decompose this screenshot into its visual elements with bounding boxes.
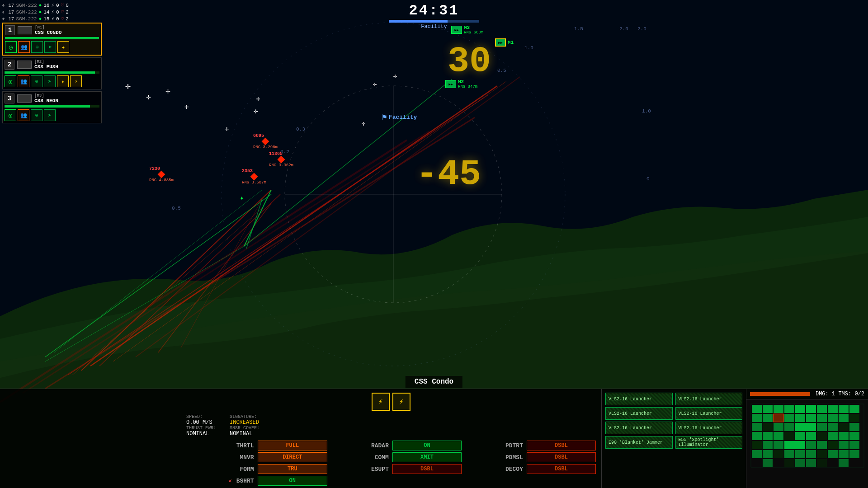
esupt-button[interactable]: DSBL xyxy=(392,464,462,474)
ship-diagram-svg xyxy=(746,399,868,472)
player-unit-icon: ✦ xyxy=(240,193,244,202)
unit-health-fill-2 xyxy=(5,71,95,74)
power-icon-1[interactable]: ⚡ xyxy=(372,393,390,411)
snsr-label: SNSR COVER: xyxy=(230,426,259,431)
weapon-row-3: VLS2-16 Launcher VLS2-16 Launcher xyxy=(605,422,742,434)
unit-name-1: CSS CONDO xyxy=(35,30,61,35)
unit-marker-m1[interactable]: ▶▶ M1 xyxy=(495,38,514,47)
weapon-box-7[interactable]: E90 'Blanket' Jammer xyxy=(605,436,673,449)
mnvr-label: MNVR xyxy=(186,454,256,461)
svg-rect-81 xyxy=(849,450,859,458)
people-icon-1[interactable]: 👥 xyxy=(18,41,30,53)
weapon-box-4[interactable]: VLS2-16 Launcher xyxy=(675,407,743,420)
weapon-box-1[interactable]: VLS2-16 Launcher xyxy=(605,393,673,405)
arrow-icon-2[interactable]: ➤ xyxy=(44,75,56,87)
form-button[interactable]: TRU xyxy=(258,464,327,474)
ship-diagram xyxy=(746,399,868,488)
svg-line-12 xyxy=(23,131,429,393)
unit-id-2: [M2] xyxy=(34,60,58,64)
weapon-box-2[interactable]: VLS2-16 Launcher xyxy=(675,393,743,405)
ship-name-banner: CSS Condo xyxy=(406,376,462,388)
comm-label: COMM xyxy=(329,454,391,461)
svg-rect-87 xyxy=(839,459,849,467)
radar-button[interactable]: ON xyxy=(392,441,462,450)
unit-icon-2 xyxy=(17,61,32,69)
range-label-0_5b: 0.5 xyxy=(172,206,181,211)
special-icon-2[interactable]: ✦ xyxy=(57,75,69,87)
svg-rect-30 xyxy=(817,405,827,413)
target-icon-2[interactable]: ⊕ xyxy=(31,75,42,87)
pdmsl-button[interactable]: DSBL xyxy=(527,452,596,462)
game-canvas: 2.0 1.5 1.0 0.5 0.3 0.2 0.5 2.0 1.0 0 30… xyxy=(0,0,868,488)
people-icon-3[interactable]: 👥 xyxy=(18,109,29,121)
mnvr-button[interactable]: DIRECT xyxy=(258,452,327,462)
pdtrt-button[interactable]: DSBL xyxy=(527,441,596,450)
controls-grid: THRTL FULL RADAR ON PDTRT DSBL MNVR DIRE… xyxy=(186,441,596,486)
neutral-marker-10: ✛ xyxy=(393,72,397,80)
svg-line-9 xyxy=(158,203,271,352)
target-icon-1[interactable]: ⊕ xyxy=(31,41,43,53)
svg-rect-56 xyxy=(784,432,794,440)
unit-card-3[interactable]: 3 [M3] CSS NEON ◎ 👥 ⊕ xyxy=(2,91,102,123)
timer-bar-fill xyxy=(389,20,448,23)
neutral-marker-6: ✛ xyxy=(254,107,258,116)
hud-left-gap xyxy=(0,389,181,488)
sig-value: INCREASED xyxy=(230,419,259,426)
pdmsl-label: PDMSL xyxy=(463,454,525,461)
neutral-marker-7: ✛ xyxy=(256,95,260,103)
svg-rect-65 xyxy=(774,441,783,449)
svg-rect-34 xyxy=(752,414,762,422)
svg-rect-57 xyxy=(795,432,805,440)
arrow-icon-3[interactable]: ➤ xyxy=(44,109,56,121)
lightning2-icon-2[interactable]: ⚡ xyxy=(70,75,82,87)
svg-rect-70 xyxy=(839,441,849,449)
neutral-marker-5: ✛ xyxy=(225,124,229,133)
thrtl-button[interactable]: FULL xyxy=(258,441,327,450)
svg-rect-28 xyxy=(795,405,805,413)
people-icon-2[interactable]: 👥 xyxy=(18,75,29,87)
unit-card-1[interactable]: 1 [M1] CSS CONDO ◎ 👥 ⊕ xyxy=(2,23,102,56)
arrow-icon-1[interactable]: ➤ xyxy=(44,41,56,53)
unit-health-bar-2 xyxy=(5,71,99,74)
svg-rect-78 xyxy=(817,450,827,458)
top-timer: 24:31 Facility xyxy=(389,2,479,30)
weapon-row-4: E90 'Blanket' Jammer E55 'Spotlight' Ill… xyxy=(605,436,742,449)
radar-icon-1[interactable]: ◎ xyxy=(5,41,17,53)
svg-rect-26 xyxy=(774,405,783,413)
svg-rect-60 xyxy=(828,432,838,440)
svg-rect-62 xyxy=(849,432,859,440)
timer-value: 24:31 xyxy=(389,2,479,19)
enemy-marker-7230: 7230 RNG 4.885m xyxy=(149,166,174,183)
radar-icon-2[interactable]: ◎ xyxy=(5,75,16,87)
svg-rect-43 xyxy=(849,414,859,422)
power-icon-2[interactable]: ⚡ xyxy=(392,393,410,411)
unit-health-bar-1 xyxy=(5,37,99,39)
bshrt-button[interactable]: ON xyxy=(258,476,327,486)
svg-line-10 xyxy=(181,199,262,348)
svg-rect-69 xyxy=(828,441,838,449)
weapon-box-6[interactable]: VLS2-16 Launcher xyxy=(675,422,743,434)
unit-card-2[interactable]: 2 [M2] CSS PUSH ◎ 👥 ⊕ xyxy=(2,57,102,89)
radar-icon-3[interactable]: ◎ xyxy=(5,109,16,121)
pdtrt-label: PDTRT xyxy=(463,442,525,449)
unit-health-fill-3 xyxy=(5,105,90,108)
target-icon-3[interactable]: ⊕ xyxy=(31,109,42,121)
neutral-marker-3: ✛ xyxy=(165,86,170,96)
unit-num-3: 3 xyxy=(5,94,14,103)
weapon-box-8[interactable]: E55 'Spotlight' Illuminator xyxy=(675,436,743,449)
unit-marker-m2[interactable]: ▶▶ M2 RNG 847m xyxy=(445,79,477,89)
svg-rect-86 xyxy=(817,459,827,467)
neutral-marker-2: ✛ xyxy=(146,92,151,102)
weapon-box-5[interactable]: VLS2-16 Launcher xyxy=(605,422,673,434)
svg-rect-39 xyxy=(806,414,816,422)
comm-button[interactable]: XMIT xyxy=(392,452,462,462)
decoy-button[interactable]: DSBL xyxy=(527,464,596,474)
weapon-row-2: VLS2-16 Launcher VLS2-16 Launcher xyxy=(605,407,742,420)
svg-rect-46 xyxy=(774,423,783,431)
weapon-box-3[interactable]: VLS2-16 Launcher xyxy=(605,407,673,420)
svg-rect-49 xyxy=(817,423,827,431)
svg-rect-64 xyxy=(763,441,773,449)
svg-rect-48 xyxy=(795,423,816,431)
lightning-icon-1[interactable]: ✦ xyxy=(57,41,69,53)
svg-rect-44 xyxy=(752,423,762,431)
